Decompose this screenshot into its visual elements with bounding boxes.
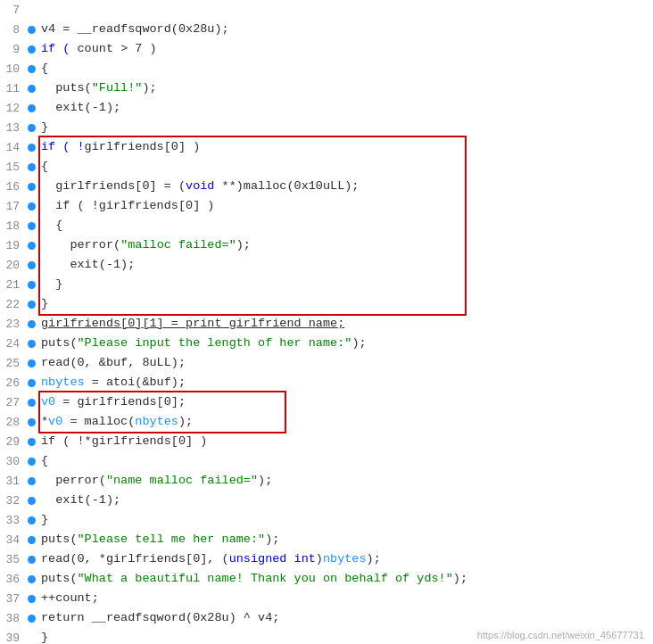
breakpoint-dot[interactable] bbox=[25, 477, 37, 485]
line-number: 22 bbox=[0, 298, 25, 311]
code-line: 22} bbox=[0, 294, 653, 314]
breakpoint-dot[interactable] bbox=[25, 536, 37, 544]
code-line: 36puts("What a beautiful name! Thank you… bbox=[0, 569, 653, 589]
breakpoint-dot[interactable] bbox=[25, 301, 37, 309]
code-line: 10{ bbox=[0, 59, 653, 78]
code-text: exit(-1); bbox=[37, 98, 653, 118]
code-text: exit(-1); bbox=[37, 255, 653, 275]
breakpoint-dot[interactable] bbox=[25, 379, 37, 387]
code-text: ++count; bbox=[37, 589, 653, 608]
code-text: { bbox=[37, 157, 653, 177]
line-number: 20 bbox=[0, 259, 25, 272]
code-text: girlfriends[0] = (void **)malloc(0x10uLL… bbox=[37, 177, 653, 196]
breakpoint-dot[interactable] bbox=[25, 458, 37, 466]
code-text: return __readfsqword(0x28u) ^ v4; bbox=[37, 608, 653, 628]
code-text: if ( !girlfriends[0] ) bbox=[37, 137, 653, 157]
code-text: read(0, *girlfriends[0], (unsigned int)n… bbox=[37, 549, 653, 569]
code-text: girlfriends[0][1] = print_girlfriend_nam… bbox=[37, 314, 653, 334]
breakpoint-dot[interactable] bbox=[25, 261, 37, 269]
line-number: 10 bbox=[0, 62, 25, 76]
code-line: 14if ( !girlfriends[0] ) bbox=[0, 137, 653, 157]
code-text: perror("malloc failed="); bbox=[37, 235, 653, 255]
code-line: 19 perror("malloc failed="); bbox=[0, 235, 653, 255]
line-number: 23 bbox=[0, 318, 25, 331]
breakpoint-dot[interactable] bbox=[25, 615, 37, 623]
breakpoint-dot[interactable] bbox=[25, 281, 37, 289]
breakpoint-dot[interactable] bbox=[25, 124, 37, 132]
code-line: 30{ bbox=[0, 451, 653, 471]
breakpoint-dot[interactable] bbox=[25, 202, 37, 211]
breakpoint-dot[interactable] bbox=[25, 575, 37, 583]
line-number: 27 bbox=[0, 396, 25, 409]
code-line: 33} bbox=[0, 510, 653, 530]
breakpoint-dot[interactable] bbox=[25, 497, 37, 505]
code-text: read(0, &buf, 8uLL); bbox=[37, 353, 653, 373]
breakpoint-dot[interactable] bbox=[25, 183, 37, 191]
code-line: 35read(0, *girlfriends[0], (unsigned int… bbox=[0, 549, 653, 569]
line-number: 16 bbox=[0, 180, 25, 194]
breakpoint-dot[interactable] bbox=[25, 163, 37, 171]
line-number: 28 bbox=[0, 416, 25, 429]
code-line: 16 girlfriends[0] = (void **)malloc(0x10… bbox=[0, 177, 653, 196]
breakpoint-dot[interactable] bbox=[25, 242, 37, 250]
breakpoint-dot[interactable] bbox=[25, 595, 37, 603]
code-line: 20 exit(-1); bbox=[0, 255, 653, 275]
breakpoint-dot[interactable] bbox=[25, 65, 37, 73]
line-number: 33 bbox=[0, 514, 25, 527]
breakpoint-dot[interactable] bbox=[25, 556, 37, 564]
code-text: { bbox=[37, 451, 653, 471]
code-line: 25read(0, &buf, 8uLL); bbox=[0, 353, 653, 373]
breakpoint-dot[interactable] bbox=[25, 320, 37, 328]
line-number: 35 bbox=[0, 553, 25, 566]
breakpoint-dot[interactable] bbox=[25, 516, 37, 524]
line-number: 19 bbox=[0, 239, 25, 252]
line-number: 17 bbox=[0, 200, 25, 213]
code-line: 32 exit(-1); bbox=[0, 491, 653, 510]
line-number: 32 bbox=[0, 494, 25, 508]
code-line: 31 perror("name malloc failed="); bbox=[0, 471, 653, 491]
code-text: *v0 = malloc(nbytes); bbox=[37, 412, 653, 432]
code-line: 11 puts("Full!"); bbox=[0, 78, 653, 98]
code-line: 27v0 = girlfriends[0]; bbox=[0, 392, 653, 412]
code-text: v0 = girlfriends[0]; bbox=[37, 392, 653, 412]
breakpoint-dot[interactable] bbox=[25, 418, 37, 426]
code-line: 8v4 = __readfsqword(0x28u); bbox=[0, 20, 653, 39]
code-line: 38return __readfsqword(0x28u) ^ v4; bbox=[0, 608, 653, 628]
code-line: 12 exit(-1); bbox=[0, 98, 653, 118]
breakpoint-dot[interactable] bbox=[25, 438, 37, 446]
code-line: 37++count; bbox=[0, 589, 653, 608]
code-text: { bbox=[37, 216, 653, 235]
line-number: 9 bbox=[0, 43, 25, 56]
line-number: 39 bbox=[0, 632, 25, 645]
code-text: perror("name malloc failed="); bbox=[37, 471, 653, 491]
breakpoint-dot[interactable] bbox=[25, 45, 37, 54]
breakpoint-dot[interactable] bbox=[25, 340, 37, 348]
code-text: if ( !*girlfriends[0] ) bbox=[37, 432, 653, 451]
code-text: puts("Please input the length of her nam… bbox=[37, 334, 653, 353]
line-number: 34 bbox=[0, 533, 25, 547]
breakpoint-dot[interactable] bbox=[25, 222, 37, 230]
code-text: } bbox=[37, 510, 653, 530]
line-number: 24 bbox=[0, 337, 25, 351]
code-text: puts("What a beautiful name! Thank you o… bbox=[37, 569, 653, 589]
line-number: 11 bbox=[0, 82, 25, 95]
line-number: 14 bbox=[0, 141, 25, 154]
code-line: 17 if ( !girlfriends[0] ) bbox=[0, 196, 653, 216]
code-line: 15{ bbox=[0, 157, 653, 177]
line-number: 8 bbox=[0, 23, 25, 37]
line-number: 30 bbox=[0, 455, 25, 468]
code-line: 23girlfriends[0][1] = print_girlfriend_n… bbox=[0, 314, 653, 334]
breakpoint-dot[interactable] bbox=[25, 104, 37, 112]
code-text: if ( count > 7 ) bbox=[37, 39, 653, 59]
code-text: } bbox=[37, 118, 653, 137]
code-line: 28*v0 = malloc(nbytes); bbox=[0, 412, 653, 432]
breakpoint-dot[interactable] bbox=[25, 359, 37, 367]
code-line: 29if ( !*girlfriends[0] ) bbox=[0, 432, 653, 451]
breakpoint-dot[interactable] bbox=[25, 26, 37, 34]
breakpoint-dot[interactable] bbox=[25, 144, 37, 152]
code-text: puts("Please tell me her name:"); bbox=[37, 530, 653, 549]
breakpoint-dot[interactable] bbox=[25, 399, 37, 407]
line-number: 15 bbox=[0, 161, 25, 174]
breakpoint-dot[interactable] bbox=[25, 85, 37, 93]
line-number: 37 bbox=[0, 592, 25, 606]
